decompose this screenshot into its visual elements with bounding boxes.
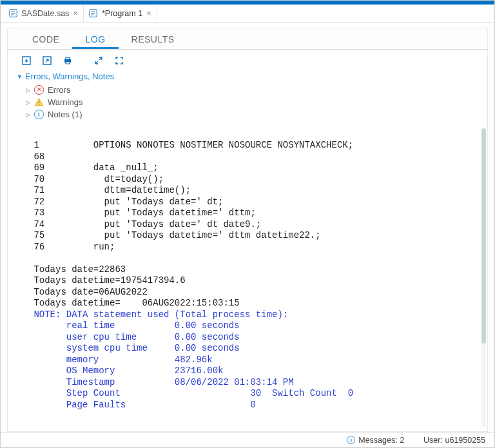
info-icon: i (34, 110, 44, 119)
svg-rect-5 (66, 57, 70, 59)
print-icon[interactable] (62, 55, 73, 66)
outline-header-label: Errors, Warnings, Notes (25, 72, 114, 81)
sas-file-icon (89, 9, 98, 18)
close-icon[interactable]: × (73, 8, 78, 18)
outline-notes-label: Notes (1) (48, 110, 82, 119)
status-bar: i Messages: 2 User: u61950255 (1, 432, 494, 447)
file-tab-sasdate[interactable]: SASDate.sas × (3, 5, 84, 22)
warning-icon (34, 97, 44, 107)
svg-rect-7 (39, 101, 39, 104)
outline-warnings[interactable]: ▷ Warnings (17, 96, 478, 108)
file-tab-program1[interactable]: *Program 1 × (84, 5, 157, 22)
svg-rect-8 (39, 104, 39, 104)
sas-file-icon (8, 9, 17, 18)
tab-code[interactable]: CODE (19, 29, 72, 49)
svg-rect-6 (66, 62, 70, 64)
caret-down-icon: ▼ (17, 73, 23, 80)
tab-results[interactable]: RESULTS (119, 29, 188, 49)
log-toolbar (7, 50, 488, 69)
file-tabs: SASDate.sas × *Program 1 × (1, 5, 494, 23)
caret-right-icon: ▷ (26, 87, 30, 93)
scrollbar-thumb[interactable] (481, 128, 486, 344)
log-outline: ▼ Errors, Warnings, Notes ▷ ✕ Errors ▷ W… (7, 69, 488, 124)
fullscreen-icon[interactable] (113, 55, 125, 66)
info-icon: i (347, 436, 355, 444)
file-tab-label: SASDate.sas (21, 9, 69, 18)
caret-right-icon: ▷ (26, 112, 30, 118)
error-icon: ✕ (34, 85, 44, 95)
log-panel: 1 OPTIONS NONOTES NOSTIMER NOSOURCE NOSY… (7, 124, 488, 432)
download-log-icon[interactable] (21, 55, 32, 66)
popout-icon[interactable] (93, 55, 104, 66)
status-messages-label: Messages: 2 (358, 436, 404, 445)
caret-right-icon: ▷ (26, 99, 30, 106)
status-user: User: u61950255 (423, 436, 485, 445)
log-note-text: NOTE: DATA statement used (Total process… (28, 309, 353, 410)
outline-errors[interactable]: ▷ ✕ Errors (17, 84, 478, 96)
outline-errors-label: Errors (48, 85, 70, 95)
outline-warnings-label: Warnings (48, 97, 82, 107)
tab-log[interactable]: LOG (72, 29, 118, 49)
vertical-scrollbar[interactable] (481, 128, 486, 427)
outline-header[interactable]: ▼ Errors, Warnings, Notes (17, 72, 478, 84)
close-icon[interactable]: × (146, 8, 151, 18)
sub-tabs: CODE LOG RESULTS (7, 28, 488, 50)
open-log-icon[interactable] (41, 55, 53, 66)
log-body[interactable]: 1 OPTIONS NONOTES NOSTIMER NOSOURCE NOSY… (8, 124, 487, 431)
file-tab-label: *Program 1 (102, 9, 142, 18)
log-plain-text: 1 OPTIONS NONOTES NOSTIMER NOSOURCE NOSY… (28, 140, 353, 308)
status-messages[interactable]: i Messages: 2 (347, 436, 404, 445)
outline-notes[interactable]: ▷ i Notes (1) (17, 108, 478, 121)
status-user-label: User: u61950255 (423, 436, 485, 445)
